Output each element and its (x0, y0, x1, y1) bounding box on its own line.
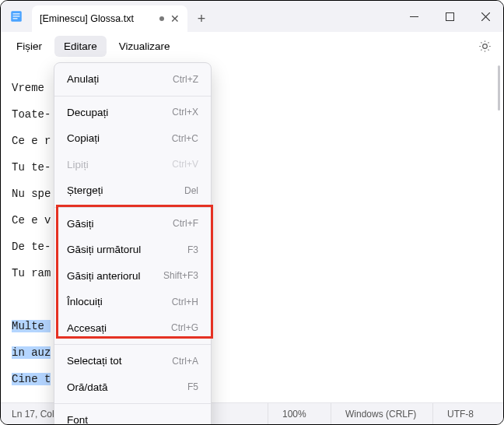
notepad-window: [Eminescu] Glossa.txt ✕ + Fișier Editare… (0, 0, 504, 425)
editor-area[interactable]: Vreme Toate- Ce e r Tu te- Nu spe Ce e v… (1, 61, 503, 402)
document-tab[interactable]: [Eminescu] Glossa.txt ✕ (32, 5, 187, 32)
unsaved-dot-icon (159, 16, 164, 21)
menu-find-prev[interactable]: Găsiți anteriorulShift+F3 (58, 263, 208, 290)
minimize-button[interactable] (396, 1, 432, 32)
new-tab-button[interactable]: + (187, 5, 215, 32)
edit-dropdown-menu: AnulațiCtrl+Z DecupațiCtrl+X CopiațiCtrl… (54, 62, 212, 425)
menubar: Fișier Editare Vizualizare (1, 32, 503, 61)
menu-separator (54, 207, 211, 208)
menu-goto[interactable]: AccesațiCtrl+G (58, 315, 208, 342)
menu-view[interactable]: Vizualizare (110, 36, 180, 57)
menu-replace[interactable]: ÎnlocuițiCtrl+H (58, 289, 208, 315)
menu-font[interactable]: Font (58, 407, 208, 425)
maximize-button[interactable] (432, 1, 467, 32)
tab-close-icon[interactable]: ✕ (170, 12, 180, 25)
menu-time-date[interactable]: Oră/datăF5 (58, 374, 208, 401)
menu-select-all[interactable]: Selectați totCtrl+A (58, 348, 208, 374)
menu-find-next[interactable]: Găsiți următorulF3 (58, 237, 208, 263)
status-encoding[interactable]: UTF-8 (433, 403, 503, 424)
menu-separator (54, 403, 211, 404)
vertical-scrollbar[interactable] (498, 65, 500, 111)
menu-separator (54, 344, 211, 345)
gear-icon (478, 40, 492, 53)
menu-file[interactable]: Fișier (7, 36, 51, 57)
titlebar: [Eminescu] Glossa.txt ✕ + (1, 1, 503, 32)
svg-rect-5 (446, 12, 453, 20)
menu-find[interactable]: GăsițiCtrl+F (58, 211, 208, 237)
svg-rect-2 (13, 16, 20, 16)
close-button[interactable] (467, 1, 503, 32)
menu-delete[interactable]: ȘtergețiDel (58, 177, 208, 204)
settings-button[interactable] (472, 34, 497, 59)
menu-paste: LipițiCtrl+V (58, 152, 208, 178)
svg-rect-1 (13, 13, 20, 14)
menu-undo[interactable]: AnulațiCtrl+Z (58, 66, 208, 93)
app-icon (1, 1, 32, 32)
menu-edit[interactable]: Editare (54, 36, 107, 57)
menu-cut[interactable]: DecupațiCtrl+X (58, 100, 208, 126)
tab-title: [Eminescu] Glossa.txt (40, 13, 153, 24)
status-line-ending[interactable]: Windows (CRLF) (331, 403, 432, 424)
menu-copy[interactable]: CopiațiCtrl+C (58, 125, 208, 152)
status-zoom[interactable]: 100% (268, 403, 331, 424)
svg-rect-4 (410, 16, 418, 17)
menu-separator (54, 96, 211, 97)
svg-rect-3 (13, 18, 18, 19)
